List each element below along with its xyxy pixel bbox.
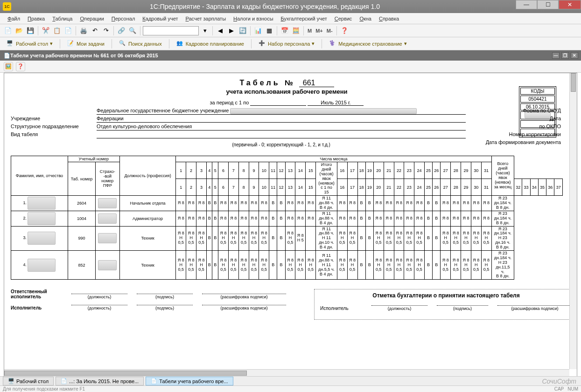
titlebar[interactable]: 1C 1С:Предприятие - Зарплата и кадры бюд… bbox=[0, 0, 581, 13]
document-tab-title: Табели учета рабочего времени № 661 от 0… bbox=[10, 53, 158, 58]
paste-icon[interactable]: 📄 bbox=[63, 26, 73, 36]
link-icon[interactable]: 🔗 bbox=[116, 26, 126, 36]
open-icon[interactable]: 📂 bbox=[14, 26, 24, 36]
help-toolbar-icon[interactable]: ❓ bbox=[339, 26, 350, 36]
dropdown-icon: ▾ bbox=[312, 41, 315, 47]
doc-restore-button[interactable]: ❐ bbox=[561, 52, 569, 59]
memory-m[interactable]: M bbox=[306, 28, 313, 34]
people-icon: 👥 bbox=[176, 40, 184, 48]
maximize-button[interactable]: ☐ bbox=[537, 0, 559, 9]
undo-icon[interactable]: ↶ bbox=[90, 26, 100, 36]
dropdown-icon: ▾ bbox=[404, 41, 407, 47]
new-doc-icon[interactable]: 📄 bbox=[3, 26, 13, 36]
calendar-icon[interactable]: 📅 bbox=[280, 26, 290, 36]
prev-icon[interactable]: ◀ bbox=[215, 26, 225, 36]
copy-icon[interactable]: 📋 bbox=[52, 26, 62, 36]
calc-icon[interactable]: 🧮 bbox=[291, 26, 301, 36]
add-person-icon: ➕ bbox=[259, 40, 266, 48]
search-icon: 🔍 bbox=[119, 40, 126, 48]
menu-help[interactable]: Справка bbox=[375, 14, 403, 23]
next-icon[interactable]: ▶ bbox=[226, 26, 237, 36]
doc-minimize-button[interactable]: — bbox=[552, 52, 560, 59]
menu-file[interactable]: Файл bbox=[4, 14, 24, 23]
redo-icon[interactable]: ↷ bbox=[101, 26, 111, 36]
doc-close-button[interactable]: ✕ bbox=[571, 52, 578, 59]
preview-icon[interactable]: 🖼️ bbox=[4, 62, 13, 71]
chart-icon[interactable]: 📊 bbox=[253, 26, 263, 36]
document-toolbar: 🖼️ ❓ bbox=[0, 61, 581, 73]
print-icon[interactable]: 🖨️ bbox=[78, 26, 89, 36]
grid-icon[interactable]: ▦ bbox=[264, 26, 274, 36]
tasks-icon: 📝 bbox=[67, 40, 75, 48]
doc-tab-icon: 📄 bbox=[4, 53, 10, 59]
close-button[interactable]: ✕ bbox=[559, 0, 581, 9]
menu-personnel[interactable]: Персонал bbox=[108, 14, 139, 23]
memory-mminus[interactable]: M- bbox=[325, 28, 334, 34]
nav-search[interactable]: 🔍Поиск данных bbox=[115, 39, 166, 49]
menu-windows[interactable]: Окна bbox=[356, 14, 375, 23]
nav-recruit[interactable]: ➕Набор персонала▾ bbox=[255, 39, 318, 49]
window-title: 1С:Предприятие - Зарплата и кадры бюджет… bbox=[14, 3, 516, 10]
minimize-button[interactable]: — bbox=[516, 0, 537, 9]
find-icon[interactable]: 🔍 bbox=[127, 26, 138, 36]
menu-payroll[interactable]: Расчет зарплаты bbox=[182, 14, 230, 23]
menu-hr[interactable]: Кадровый учет bbox=[139, 14, 182, 23]
menu-operations[interactable]: Операции bbox=[76, 14, 107, 23]
memory-mplus[interactable]: M+ bbox=[314, 28, 324, 34]
app-icon: 1C bbox=[3, 2, 11, 11]
menu-taxes[interactable]: Налоги и взносы bbox=[230, 14, 277, 23]
nav-desktop[interactable]: 🖥️Рабочий стол▾ bbox=[3, 39, 56, 49]
cut-icon[interactable]: ✂️ bbox=[41, 26, 51, 36]
desktop-icon: 🖥️ bbox=[7, 40, 14, 48]
menu-service[interactable]: Сервис bbox=[331, 14, 356, 23]
medical-icon: ⚕️ bbox=[329, 40, 336, 48]
menu-bar: Файл Правка Таблица Операции Персонал Ка… bbox=[0, 13, 581, 24]
menu-edit[interactable]: Правка bbox=[24, 14, 49, 23]
help-icon[interactable]: ❓ bbox=[16, 62, 25, 71]
refresh-icon[interactable]: 🔄 bbox=[238, 26, 248, 36]
nav-toolbar: 🖥️Рабочий стол▾ 📝Мои задачи 🔍Поиск данны… bbox=[0, 37, 581, 50]
search-input[interactable] bbox=[143, 26, 199, 35]
main-toolbar: 📄 📂 💾 ✂️ 📋 📄 🖨️ ↶ ↷ 🔗 🔍 ▾ ◀ ▶ 🔄 📊 ▦ 📅 🧮 … bbox=[0, 24, 581, 37]
document-tab: 📄 Табели учета рабочего времени № 661 от… bbox=[0, 50, 581, 61]
dropdown-icon: ▾ bbox=[50, 41, 53, 47]
menu-accounting[interactable]: Бухгалтерский учет bbox=[277, 14, 331, 23]
menu-table[interactable]: Таблица bbox=[49, 14, 76, 23]
nav-planning[interactable]: 👥Кадровое планирование bbox=[173, 39, 248, 49]
save-icon[interactable]: 💾 bbox=[25, 26, 35, 36]
nav-medical[interactable]: ⚕️Медицинское страхование▾ bbox=[325, 39, 410, 49]
nav-tasks[interactable]: 📝Мои задачи bbox=[63, 39, 108, 49]
search-dropdown-icon[interactable]: ▾ bbox=[200, 26, 210, 36]
